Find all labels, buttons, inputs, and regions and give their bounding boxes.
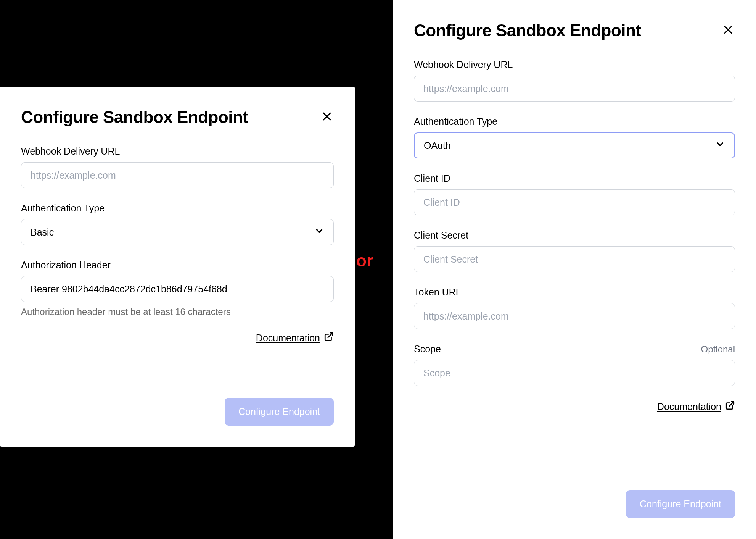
close-button[interactable]	[721, 24, 735, 37]
webhook-url-input[interactable]	[414, 76, 735, 102]
client-secret-input[interactable]	[414, 246, 735, 272]
client-id-label: Client ID	[414, 173, 450, 184]
token-url-label: Token URL	[414, 287, 461, 298]
webhook-url-input[interactable]	[21, 162, 334, 188]
chevron-down-icon	[715, 139, 725, 152]
or-separator: or	[356, 251, 373, 270]
auth-type-field: Authentication Type OAuth	[414, 116, 735, 158]
chevron-down-icon	[314, 226, 324, 238]
auth-type-label: Authentication Type	[21, 203, 105, 214]
dialog-header: Configure Sandbox Endpoint	[21, 108, 334, 127]
documentation-label: Documentation	[657, 401, 721, 412]
close-button[interactable]	[320, 110, 334, 124]
token-url-input[interactable]	[414, 303, 735, 329]
documentation-row: Documentation	[414, 400, 735, 413]
svg-line-2	[328, 333, 333, 337]
dialog-title: Configure Sandbox Endpoint	[21, 108, 248, 127]
client-id-input[interactable]	[414, 189, 735, 215]
dialog-footer: Configure Endpoint	[225, 398, 334, 426]
client-id-field: Client ID	[414, 173, 735, 215]
webhook-url-label: Webhook Delivery URL	[21, 146, 120, 157]
dialog-footer: Configure Endpoint	[626, 490, 735, 518]
auth-type-field: Authentication Type Basic	[21, 203, 334, 245]
close-icon	[321, 111, 333, 124]
dialog-header: Configure Sandbox Endpoint	[414, 21, 735, 40]
auth-type-label: Authentication Type	[414, 116, 497, 127]
scope-optional-tag: Optional	[701, 344, 735, 355]
dialog-title: Configure Sandbox Endpoint	[414, 21, 641, 40]
configure-endpoint-button[interactable]: Configure Endpoint	[225, 398, 334, 426]
webhook-url-field: Webhook Delivery URL	[21, 146, 334, 188]
configure-endpoint-dialog-oauth: Configure Sandbox Endpoint Webhook Deliv…	[393, 0, 756, 539]
external-link-icon	[324, 332, 334, 344]
documentation-link[interactable]: Documentation	[256, 332, 334, 344]
external-link-icon	[725, 400, 735, 413]
configure-endpoint-button[interactable]: Configure Endpoint	[626, 490, 735, 518]
client-secret-label: Client Secret	[414, 230, 468, 241]
token-url-field: Token URL	[414, 287, 735, 329]
auth-header-helper: Authorization header must be at least 16…	[21, 307, 334, 317]
svg-line-5	[729, 402, 734, 406]
auth-header-input[interactable]	[21, 276, 334, 302]
documentation-row: Documentation	[21, 332, 334, 344]
auth-header-label: Authorization Header	[21, 260, 111, 271]
auth-type-select[interactable]: OAuth	[414, 132, 735, 158]
auth-header-field: Authorization Header Authorization heade…	[21, 260, 334, 317]
auth-type-value: Basic	[31, 227, 54, 238]
auth-type-value: OAuth	[424, 140, 451, 151]
documentation-link[interactable]: Documentation	[657, 400, 735, 413]
scope-label: Scope	[414, 344, 441, 355]
auth-type-select[interactable]: Basic	[21, 219, 334, 245]
configure-endpoint-dialog-basic: Configure Sandbox Endpoint Webhook Deliv…	[0, 87, 355, 447]
documentation-label: Documentation	[256, 332, 320, 344]
client-secret-field: Client Secret	[414, 230, 735, 272]
close-icon	[722, 24, 734, 37]
webhook-url-label: Webhook Delivery URL	[414, 59, 513, 70]
scope-input[interactable]	[414, 360, 735, 386]
webhook-url-field: Webhook Delivery URL	[414, 59, 735, 102]
scope-field: Scope Optional	[414, 344, 735, 386]
